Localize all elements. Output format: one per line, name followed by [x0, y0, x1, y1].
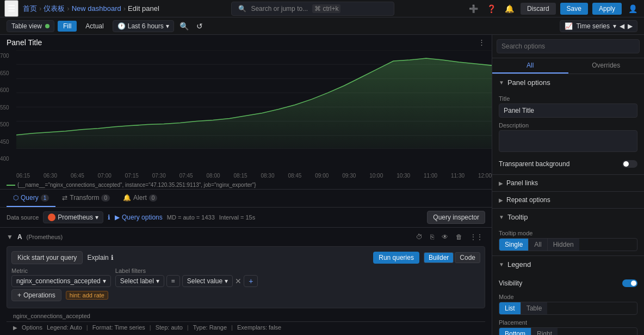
panel-links-label: Panel links [506, 179, 538, 187]
table-view-toggle[interactable]: Table view [7, 20, 54, 32]
help-icon[interactable]: ❓ [485, 2, 498, 15]
tab-query-icon: ⬡ [13, 194, 18, 202]
query-inspector-button[interactable]: Query inspector [427, 211, 485, 224]
add-filter-button[interactable]: + [244, 275, 258, 287]
datasource-info-icon[interactable]: ℹ [108, 214, 110, 221]
legend-list-btn[interactable]: List [499, 302, 521, 314]
legend-section-label: Legend [507, 260, 531, 269]
datasource-chevron: ▾ [95, 214, 98, 221]
tab-all[interactable]: All [492, 58, 568, 74]
section-repeat-options[interactable]: ▶ Repeat options [492, 192, 644, 209]
y-label-600: 600 [0, 87, 11, 93]
actual-button[interactable]: Actual [80, 21, 109, 32]
operator-dropdown[interactable]: = [166, 275, 180, 287]
select-value-dropdown[interactable]: Select value ▾ [182, 275, 233, 287]
query-eye-btn[interactable]: 👁 [439, 232, 450, 242]
section-tooltip-header[interactable]: ▼ Tooltip [492, 209, 644, 226]
visibility-toggle[interactable] [622, 279, 637, 287]
kickstart-button[interactable]: Kick start your query [11, 251, 83, 264]
bell-icon[interactable]: 🔔 [503, 2, 516, 15]
panel-title: Panel Title [7, 38, 42, 47]
remove-filter-button[interactable]: ✕ [235, 277, 242, 285]
tab-overrides[interactable]: Overrides [568, 58, 645, 74]
title-input[interactable] [499, 103, 637, 118]
tab-transform[interactable]: ⇄ Transform 0 [55, 190, 116, 207]
result-label: nginx_connections_accepted [7, 310, 485, 321]
fill-button[interactable]: Fill [58, 21, 77, 32]
options-bar[interactable]: ▶ Options Legend: Auto | Format: Time se… [7, 321, 485, 333]
mode-field: Mode List Table [499, 294, 637, 315]
legend-right-btn[interactable]: Right [531, 328, 558, 335]
add-operations-button[interactable]: + Operations [11, 289, 61, 301]
legend-bottom-btn[interactable]: Bottom [499, 328, 531, 335]
options-search-input[interactable] [497, 39, 640, 53]
query-actions-a: ⏱ ⎘ 👁 🗑 ⋮⋮ [414, 232, 485, 242]
refresh-icon[interactable]: ↺ [194, 20, 205, 33]
plus-icon[interactable]: ➕ [467, 2, 480, 15]
tooltip-hidden-btn[interactable]: Hidden [548, 239, 579, 251]
panel-area: Panel Title ⋮ 700 650 600 550 500 450 40… [0, 35, 492, 335]
description-input[interactable] [499, 130, 637, 152]
y-label-400: 400 [0, 156, 11, 162]
visualization-label: Time series [576, 22, 610, 30]
user-icon[interactable]: 👤 [626, 2, 640, 15]
toolbar-right: 📈 Time series ▾ ◀ ▶ [560, 20, 637, 32]
query-drag-btn[interactable]: ⋮⋮ [468, 232, 485, 242]
y-label-650: 650 [0, 70, 11, 76]
tab-query[interactable]: ⬡ Query 1 [7, 190, 55, 207]
query-panel: ⬡ Query 1 ⇄ Transform 0 🔔 Alert 0 Data s… [0, 189, 492, 335]
metric-chevron: ▾ [103, 277, 106, 285]
panel-menu-icon[interactable]: ⋮ [478, 38, 485, 46]
breadcrumb-new-dashboard[interactable]: New dashboard [72, 4, 121, 13]
breadcrumb-dashboard-parent[interactable]: 仪表板 [44, 4, 65, 14]
builder-tab[interactable]: Builder [424, 252, 454, 263]
select-label-dropdown[interactable]: Select label ▾ [115, 275, 164, 287]
save-button[interactable]: Save [560, 3, 588, 15]
query-duplicate-btn[interactable]: ⎘ [428, 232, 436, 242]
tooltip-mode-group: Single All Hidden [499, 238, 637, 251]
run-queries-button[interactable]: Run queries [373, 252, 419, 264]
time-range-picker[interactable]: 🕐 Last 6 hours ▾ [113, 20, 174, 32]
discard-button[interactable]: Discard [521, 3, 556, 15]
tooltip-all-btn[interactable]: All [529, 239, 547, 251]
apply-button[interactable]: Apply [592, 3, 622, 15]
query-history-btn[interactable]: ⏱ [414, 232, 425, 242]
metric-select[interactable]: nginx_connections_accepted ▾ [11, 275, 111, 287]
explain-info-icon: ℹ [111, 254, 114, 261]
sep4: | [231, 324, 233, 331]
code-tab[interactable]: Code [455, 252, 480, 263]
tooltip-single-btn[interactable]: Single [499, 239, 529, 251]
menu-icon[interactable]: ☰ [4, 0, 18, 17]
main-content: Panel Title ⋮ 700 650 600 550 500 450 40… [0, 35, 644, 335]
section-panel-links[interactable]: ▶ Panel links [492, 175, 644, 192]
tooltip-label: Tooltip [507, 213, 528, 221]
section-panel-options-header[interactable]: ▼ Panel options [492, 74, 644, 91]
visualization-nav-next[interactable]: ▶ [628, 22, 633, 30]
query-delete-btn[interactable]: 🗑 [454, 232, 465, 242]
visualization-picker[interactable]: 📈 Time series ▾ ◀ ▶ [560, 20, 637, 32]
datasource-select[interactable]: Prometheus ▾ [43, 211, 103, 223]
collapse-button-a[interactable]: ▼ [7, 233, 13, 241]
transparent-bg-toggle[interactable] [622, 160, 637, 168]
description-field: Description [499, 122, 637, 154]
legend-table-btn[interactable]: Table [521, 302, 548, 314]
section-legend-header[interactable]: ▼ Legend [492, 256, 644, 273]
tab-alert-label: Alert [133, 194, 147, 202]
query-toolbar: Data source Prometheus ▾ ℹ ▶ Query optio… [0, 208, 492, 228]
metric-value: nginx_connections_accepted [16, 277, 101, 285]
sep1: | [86, 324, 88, 331]
repeat-options-chevron: ▶ [499, 197, 503, 203]
query-tabs: ⬡ Query 1 ⇄ Transform 0 🔔 Alert 0 [0, 190, 492, 208]
toolbar-left: Table view Fill Actual 🕐 Last 6 hours ▾ … [7, 20, 205, 33]
zoom-out-icon[interactable]: 🔍 [177, 20, 191, 33]
time-range-label: Last 6 hours [128, 22, 164, 30]
search-box[interactable]: 🔍 Search or jump to... ⌘ ctrl+k [231, 2, 394, 16]
tab-alert[interactable]: 🔔 Alert 0 [116, 190, 164, 207]
tab-alert-icon: 🔔 [123, 194, 131, 202]
legend-mode-group: List Table [499, 302, 637, 315]
visualization-nav-prev[interactable]: ◀ [620, 22, 624, 30]
breadcrumb-home[interactable]: 首页 [23, 4, 37, 14]
plus-icon: + [17, 291, 21, 299]
query-options-button[interactable]: ▶ Query options [115, 214, 163, 221]
y-label-450: 450 [0, 139, 11, 145]
